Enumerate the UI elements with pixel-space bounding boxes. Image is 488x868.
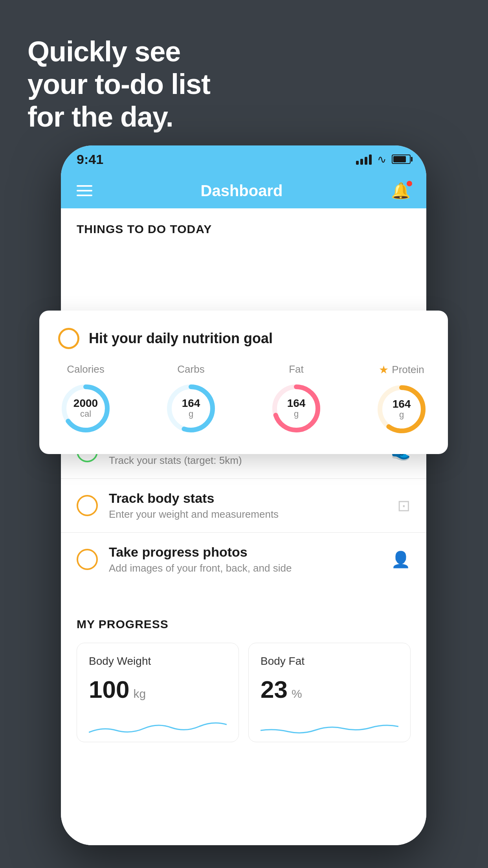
nutrition-protein: ★ Protein 164 g <box>374 363 429 437</box>
progress-cards: Body Weight 100 kg Body Fat 23 % <box>77 643 411 742</box>
fat-donut: 164 g <box>269 381 324 436</box>
protein-donut: 164 g <box>374 382 429 437</box>
progress-header: MY PROGRESS <box>77 618 411 631</box>
nav-title: Dashboard <box>201 182 283 200</box>
nutrition-carbs: Carbs 164 g <box>163 363 218 436</box>
status-time: 9:41 <box>77 152 103 167</box>
things-to-do-header: THINGS TO DO TODAY <box>61 208 426 244</box>
phone-mockup: 9:41 ∿ Dashboard 🔔 THINGS TO DO TODAY <box>61 145 426 845</box>
body-fat-value-row: 23 % <box>261 675 398 703</box>
todo-circle-photos <box>77 549 98 570</box>
todo-item-body-stats[interactable]: Track body stats Enter your weight and m… <box>61 478 426 532</box>
carbs-value: 164 g <box>163 381 218 436</box>
nav-bar: Dashboard 🔔 <box>61 173 426 208</box>
nutrition-fat: Fat 164 g <box>269 363 324 436</box>
scale-icon: ⊡ <box>397 497 411 515</box>
nutrition-title: Hit your daily nutrition goal <box>89 330 273 347</box>
notification-bell[interactable]: 🔔 <box>391 182 411 200</box>
calories-donut: 2000 cal <box>58 381 113 436</box>
fat-value: 164 g <box>269 381 324 436</box>
battery-icon <box>392 154 411 164</box>
body-weight-chart <box>89 713 227 740</box>
nutrition-circles: Calories 2000 cal Carbs <box>58 363 429 437</box>
carbs-donut: 164 g <box>163 381 218 436</box>
nutrition-title-row: Hit your daily nutrition goal <box>58 328 429 349</box>
status-icons: ∿ <box>356 153 411 166</box>
progress-section: MY PROGRESS Body Weight 100 kg Body Fat <box>61 602 426 742</box>
nutrition-calories: Calories 2000 cal <box>58 363 113 436</box>
body-fat-chart <box>261 713 398 740</box>
calories-value: 2000 cal <box>58 381 113 436</box>
app-content: THINGS TO DO TODAY Running Track your st… <box>61 208 426 845</box>
status-bar: 9:41 ∿ <box>61 145 426 173</box>
todo-item-photos[interactable]: Take progress photos Add images of your … <box>61 532 426 586</box>
hamburger-menu[interactable] <box>77 185 92 196</box>
signal-icon <box>356 154 372 165</box>
todo-text-photos: Take progress photos Add images of your … <box>109 544 380 574</box>
star-icon: ★ <box>379 363 389 376</box>
body-weight-value-row: 100 kg <box>89 675 227 703</box>
nutrition-card: Hit your daily nutrition goal Calories 2… <box>39 311 448 454</box>
protein-label: ★ Protein <box>379 363 424 376</box>
wifi-icon: ∿ <box>377 153 386 166</box>
notification-dot <box>407 181 412 186</box>
todo-circle-body-stats <box>77 495 98 516</box>
body-weight-card[interactable]: Body Weight 100 kg <box>77 643 239 742</box>
nutrition-check-circle[interactable] <box>58 328 79 349</box>
protein-value: 164 g <box>374 382 429 437</box>
photo-icon: 👤 <box>391 550 411 569</box>
body-fat-card[interactable]: Body Fat 23 % <box>248 643 411 742</box>
hero-text: Quickly see your to-do list for the day. <box>28 35 210 133</box>
todo-text-body-stats: Track body stats Enter your weight and m… <box>109 491 386 520</box>
